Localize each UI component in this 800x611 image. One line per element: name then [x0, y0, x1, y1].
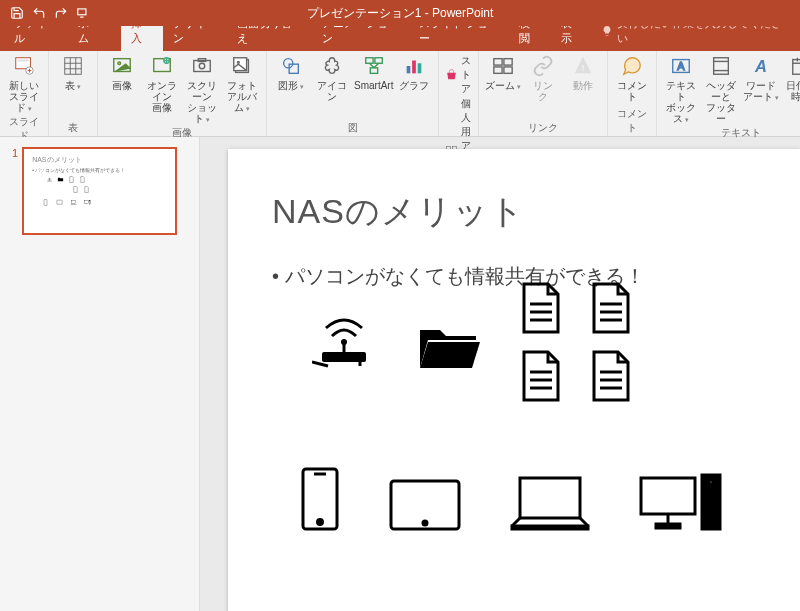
picture-button[interactable]: 画像 [104, 54, 140, 91]
header-footer-icon [709, 54, 733, 78]
ribbon-tabs: ファイル ホーム 挿入 デザイン 画面切り替え アニメーション スライド ショー… [0, 26, 800, 51]
screenshot-icon [190, 54, 214, 78]
group-text: A テキスト ボックス ヘッダーと フッター A ワード アート 日付と 時刻 … [657, 51, 800, 136]
slide-thumbnail-1[interactable]: NASのメリット • パソコンがなくても情報共有ができる！ [22, 147, 177, 235]
online-pictures-icon [150, 54, 174, 78]
group-tables: 表 表 [49, 51, 98, 136]
svg-rect-76 [520, 478, 580, 518]
action-label: 動作 [573, 80, 593, 91]
workspace: 1 NASのメリット • パソコンがなくても情報共有ができる！ [0, 137, 800, 611]
store-button[interactable]: ストア [445, 54, 472, 96]
svg-rect-33 [494, 59, 502, 65]
slide-title[interactable]: NASのメリット [272, 189, 756, 235]
textbox-button[interactable]: A テキスト ボックス [663, 54, 699, 124]
svg-rect-20 [289, 64, 298, 73]
table-button[interactable]: 表 [55, 54, 91, 91]
thumb-doc-icon [72, 186, 79, 193]
link-button[interactable]: リン ク [525, 54, 561, 102]
svg-rect-35 [494, 67, 502, 73]
group-links-label: リンク [485, 119, 601, 135]
redo-icon[interactable] [52, 4, 70, 22]
group-links: ズーム リン ク ! 動作 リンク [479, 51, 608, 136]
header-footer-label: ヘッダーと フッター [703, 80, 739, 124]
wifi-router-icon[interactable] [312, 310, 376, 368]
svg-line-57 [312, 362, 328, 366]
thumbnail-panel: 1 NASのメリット • パソコンがなくても情報共有ができる！ [0, 137, 200, 611]
zoom-button[interactable]: ズーム [485, 54, 521, 91]
svg-rect-0 [78, 9, 86, 15]
group-comments: コメント コメント [608, 51, 657, 136]
slide-bullet[interactable]: • パソコンがなくても情報共有ができる！ [272, 263, 756, 290]
svg-point-81 [709, 480, 713, 484]
svg-rect-56 [322, 352, 366, 362]
window-title: プレゼンテーション1 - PowerPoint [307, 5, 494, 22]
group-slides: 新しい スライド スライド [0, 51, 49, 136]
tablet-icon[interactable] [388, 478, 462, 532]
header-footer-button[interactable]: ヘッダーと フッター [703, 54, 739, 124]
svg-text:A: A [754, 57, 767, 75]
svg-text:A: A [678, 60, 686, 72]
titlebar: プレゼンテーション1 - PowerPoint [0, 0, 800, 26]
thumb-laptop-icon [70, 199, 77, 206]
folder-open-icon[interactable] [416, 320, 480, 372]
svg-point-10 [118, 62, 121, 65]
shapes-label: 図形 [278, 80, 304, 91]
chart-button[interactable]: グラフ [396, 54, 432, 91]
ribbon: 新しい スライド スライド 表 表 画像 オンライン 画像 スクリー [0, 51, 800, 137]
online-pictures-button[interactable]: オンライン 画像 [144, 54, 180, 113]
icons-button[interactable]: アイコン [313, 54, 351, 102]
photo-album-button[interactable]: フォト アルバム [224, 54, 260, 113]
group-comments-label: コメント [614, 105, 650, 135]
comment-button[interactable]: コメント [614, 54, 650, 102]
zoom-label: ズーム [485, 80, 521, 91]
wordart-button[interactable]: A ワード アート [743, 54, 779, 102]
thumb-phone-icon [42, 199, 49, 206]
thumbnail-number: 1 [12, 147, 18, 235]
document-icon[interactable] [520, 282, 562, 334]
document-icon[interactable] [590, 282, 632, 334]
new-slide-button[interactable]: 新しい スライド [6, 54, 42, 113]
smartphone-icon[interactable] [300, 466, 340, 532]
action-button[interactable]: ! 動作 [565, 54, 601, 91]
smartart-button[interactable]: SmartArt [355, 54, 392, 91]
store-label: ストア [461, 54, 472, 96]
screenshot-label: スクリーン ショット [184, 80, 220, 124]
lightbulb-icon [601, 25, 613, 37]
svg-rect-26 [407, 66, 411, 73]
desktop-icon[interactable] [638, 472, 724, 532]
datetime-label: 日付と 時刻 [786, 80, 800, 102]
store-icon [445, 68, 458, 82]
textbox-icon: A [669, 54, 693, 78]
thumb-tablet-icon [56, 199, 63, 206]
chart-label: グラフ [399, 80, 429, 91]
svg-rect-49 [44, 200, 47, 206]
svg-rect-77 [641, 478, 695, 514]
icons-icon [320, 54, 344, 78]
document-icon[interactable] [520, 350, 562, 402]
laptop-icon[interactable] [510, 474, 590, 532]
icons-label: アイコン [313, 80, 351, 102]
thumb-doc-icon [83, 186, 90, 193]
thumbnail-title: NASのメリット [32, 155, 167, 165]
save-icon[interactable] [8, 4, 26, 22]
link-icon [531, 54, 555, 78]
svg-rect-13 [194, 61, 211, 72]
start-from-beginning-icon[interactable] [74, 4, 92, 22]
textbox-label: テキスト ボックス [663, 80, 699, 124]
datetime-button[interactable]: 日付と 時刻 [783, 54, 800, 102]
svg-point-75 [423, 521, 427, 525]
screenshot-button[interactable]: スクリーン ショット [184, 54, 220, 124]
document-icon[interactable] [590, 350, 632, 402]
thumb-doc-icon [68, 176, 75, 183]
picture-label: 画像 [112, 80, 132, 91]
group-addins: ストア 個人用アドイン アドイン [439, 51, 479, 136]
thumb-folder-icon [57, 176, 64, 183]
undo-icon[interactable] [30, 4, 48, 22]
picture-icon [110, 54, 134, 78]
thumb-doc-icon [79, 176, 86, 183]
photo-album-icon [230, 54, 254, 78]
slide-editor[interactable]: NASのメリット • パソコンがなくても情報共有ができる！ [200, 137, 800, 611]
shapes-button[interactable]: 図形 [273, 54, 309, 91]
slide-canvas[interactable]: NASのメリット • パソコンがなくても情報共有ができる！ [228, 149, 800, 611]
svg-rect-34 [504, 59, 512, 65]
